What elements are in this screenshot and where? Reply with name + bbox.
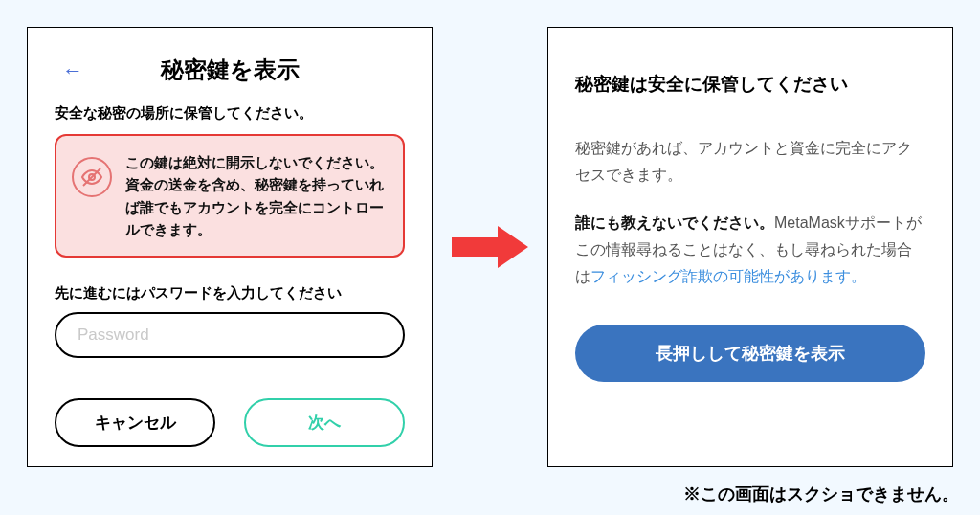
warning-box: この鍵は絶対に開示しないでください。資金の送金を含め、秘密鍵を持っていれば誰でも… [55,134,405,258]
phishing-link[interactable]: フィッシング詐欺の可能性があります。 [590,268,866,284]
panel2-desc1: 秘密鍵があれば、アカウントと資金に完全にアクセスできます。 [575,135,925,189]
eye-slash-icon [72,157,112,197]
reveal-hold-button[interactable]: 長押しして秘密鍵を表示 [575,325,925,382]
panel2-title: 秘密鍵は安全に保管してください [575,72,925,97]
panel-reveal-key-step2: 秘密鍵は安全に保管してください 秘密鍵があれば、アカウントと資金に完全にアクセス… [547,27,953,467]
panel-reveal-key-step1: ← 秘密鍵を表示 安全な秘密の場所に保管してください。 この鍵は絶対に開示しない… [27,27,433,467]
flow-arrow-icon [452,223,528,271]
cancel-button[interactable]: キャンセル [55,398,215,447]
back-arrow-icon[interactable]: ← [62,58,83,83]
svg-marker-2 [452,226,528,268]
panel2-body: 秘密鍵があれば、アカウントと資金に完全にアクセスできます。 誰にも教えないでくだ… [575,135,925,290]
screenshot-footnote: ※この画面はスクショできません。 [683,482,959,505]
password-label: 先に進むにはパスワードを入力してください [55,284,405,302]
panel1-title: 秘密鍵を表示 [55,55,405,85]
password-input[interactable] [55,312,405,358]
panel2-strong-lead: 誰にも教えないでください。 [575,214,774,231]
panel2-warning-paragraph: 誰にも教えないでください。MetaMaskサポートがこの情報尋ねることはなく、も… [575,210,925,290]
warning-text: この鍵は絶対に開示しないでください。資金の送金を含め、秘密鍵を持っていれば誰でも… [125,151,388,240]
button-row: キャンセル 次へ [55,398,405,447]
panel1-header: ← 秘密鍵を表示 [55,55,405,85]
panel1-subtitle: 安全な秘密の場所に保管してください。 [55,104,405,123]
next-button[interactable]: 次へ [244,398,405,447]
